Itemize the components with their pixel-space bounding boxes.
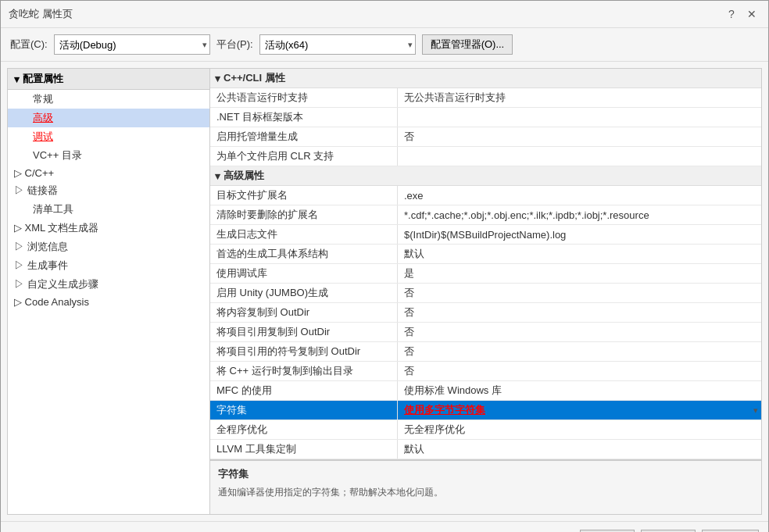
advanced-prop-value-2: $(IntDir)$(MSBuildProjectName).log — [398, 225, 761, 244]
cpp-cli-prop-row-1[interactable]: .NET 目标框架版本 — [210, 108, 761, 127]
advanced-prop-name-10: MFC 的使用 — [210, 381, 398, 400]
advanced-prop-name-4: 使用调试库 — [210, 264, 398, 283]
cpp-cli-section-header: ▾ C++/CLI 属性 — [210, 69, 761, 88]
cpp-cli-prop-row-2[interactable]: 启用托管增量生成否 — [210, 127, 761, 147]
prop-value-2: 否 — [398, 127, 761, 146]
advanced-prop-name-5: 启用 Unity (JUMBO)生成 — [210, 284, 398, 302]
advanced-prop-value-4: 是 — [398, 264, 761, 283]
prop-name-1: .NET 目标框架版本 — [210, 108, 398, 127]
platform-label: 平台(P): — [216, 37, 253, 52]
advanced-prop-row-8[interactable]: 将项目引用的符号复制到 OutDir否 — [210, 342, 761, 362]
advanced-prop-name-0: 目标文件扩展名 — [210, 186, 398, 205]
advanced-prop-row-10[interactable]: MFC 的使用使用标准 Windows 库 — [210, 381, 761, 401]
tree-item-0[interactable]: 常规 — [8, 90, 209, 109]
cpp-cli-prop-row-3[interactable]: 为单个文件启用 CLR 支持 — [210, 147, 761, 166]
advanced-prop-value-11: 使用多字节字符集▾ — [398, 401, 761, 420]
tree-panel: ▾ 配置属性 常规高级调试VC++ 目录▷ C/C++▷ 链接器清单工具▷ XM… — [7, 68, 210, 515]
advanced-prop-name-12: 全程序优化 — [210, 420, 398, 439]
advanced-prop-row-9[interactable]: 将 C++ 运行时复制到输出目录否 — [210, 362, 761, 381]
prop-name-3: 为单个文件启用 CLR 支持 — [210, 147, 398, 166]
prop-table: ▾ C++/CLI 属性 公共语言运行时支持无公共语言运行时支持.NET 目标框… — [210, 69, 761, 459]
close-button[interactable]: ✕ — [743, 5, 760, 23]
advanced-prop-row-12[interactable]: 全程序优化无全程序优化 — [210, 420, 761, 440]
cpp-cli-arrow: ▾ — [215, 73, 220, 84]
advanced-prop-name-2: 生成日志文件 — [210, 225, 398, 244]
footer: 确定 取消 应用(A) — [1, 521, 768, 532]
advanced-prop-value-8: 否 — [398, 342, 761, 361]
cpp-cli-props: 公共语言运行时支持无公共语言运行时支持.NET 目标框架版本启用托管增量生成否为… — [210, 88, 761, 166]
tree-item-6[interactable]: 清单工具 — [8, 200, 209, 219]
titlebar: 贪吃蛇 属性页 ? ✕ — [1, 1, 768, 28]
advanced-prop-name-11: 字符集 — [210, 401, 398, 420]
advanced-prop-row-11[interactable]: 字符集使用多字节字符集▾ — [210, 401, 761, 420]
advanced-arrow: ▾ — [215, 170, 220, 182]
tree-items-container: 常规高级调试VC++ 目录▷ C/C++▷ 链接器清单工具▷ XML 文档生成器… — [8, 90, 209, 310]
tree-header: ▾ 配置属性 — [8, 69, 209, 90]
tree-item-1[interactable]: 高级 — [8, 109, 209, 127]
advanced-prop-value-0: .exe — [398, 186, 761, 205]
advanced-prop-row-0[interactable]: 目标文件扩展名.exe — [210, 186, 761, 205]
advanced-prop-name-1: 清除时要删除的扩展名 — [210, 205, 398, 224]
advanced-prop-row-7[interactable]: 将项目引用复制到 OutDir否 — [210, 323, 761, 342]
advanced-prop-value-9: 否 — [398, 362, 761, 380]
desc-text: 通知编译器使用指定的字符集；帮助解决本地化问题。 — [218, 486, 753, 499]
cpp-cli-prop-row-0[interactable]: 公共语言运行时支持无公共语言运行时支持 — [210, 88, 761, 108]
help-button[interactable]: ? — [723, 5, 740, 23]
tree-item-7[interactable]: ▷ XML 文档生成器 — [8, 219, 209, 237]
advanced-prop-row-6[interactable]: 将内容复制到 OutDir否 — [210, 303, 761, 323]
properties-dialog: 贪吃蛇 属性页 ? ✕ 配置(C): 活动(Debug) 平台(P): 活动(x… — [0, 0, 769, 532]
config-row: 配置(C): 活动(Debug) 平台(P): 活动(x64) 配置管理器(O)… — [1, 28, 768, 62]
config-select-wrapper: 活动(Debug) — [54, 34, 210, 55]
advanced-prop-name-6: 将内容复制到 OutDir — [210, 303, 398, 322]
advanced-prop-value-6: 否 — [398, 303, 761, 322]
tree-item-2[interactable]: 调试 — [8, 127, 209, 146]
config-label: 配置(C): — [10, 37, 48, 52]
advanced-prop-row-1[interactable]: 清除时要删除的扩展名*.cdf;*.cache;*.obj;*.obj.enc;… — [210, 205, 761, 225]
advanced-section-label: 高级属性 — [224, 169, 264, 183]
tree-root-arrow: ▾ — [14, 73, 20, 85]
advanced-prop-name-3: 首选的生成工具体系结构 — [210, 245, 398, 263]
prop-name-2: 启用托管增量生成 — [210, 127, 398, 146]
advanced-prop-value-12: 无全程序优化 — [398, 420, 761, 439]
dropdown-arrow-11[interactable]: ▾ — [753, 405, 758, 416]
property-panel: ▾ C++/CLI 属性 公共语言运行时支持无公共语言运行时支持.NET 目标框… — [210, 68, 762, 515]
tree-item-9[interactable]: ▷ 生成事件 — [8, 256, 209, 275]
advanced-prop-name-8: 将项目引用的符号复制到 OutDir — [210, 342, 398, 361]
prop-value-1 — [398, 108, 761, 127]
advanced-prop-value-10: 使用标准 Windows 库 — [398, 381, 761, 400]
prop-value-0: 无公共语言运行时支持 — [398, 88, 761, 107]
advanced-prop-value-3: 默认 — [398, 245, 761, 263]
config-manager-button[interactable]: 配置管理器(O)... — [422, 34, 513, 55]
tree-item-8[interactable]: ▷ 浏览信息 — [8, 237, 209, 256]
tree-item-4[interactable]: ▷ C/C++ — [8, 165, 209, 181]
advanced-prop-value-5: 否 — [398, 284, 761, 302]
advanced-prop-row-4[interactable]: 使用调试库是 — [210, 264, 761, 284]
cpp-cli-section-label: C++/CLI 属性 — [224, 71, 285, 85]
tree-item-5[interactable]: ▷ 链接器 — [8, 181, 209, 200]
advanced-prop-name-7: 将项目引用复制到 OutDir — [210, 323, 398, 341]
advanced-prop-value-1: *.cdf;*.cache;*.obj;*.obj.enc;*.ilk;*.ip… — [398, 205, 761, 224]
tree-item-3[interactable]: VC++ 目录 — [8, 146, 209, 165]
advanced-props: 目标文件扩展名.exe清除时要删除的扩展名*.cdf;*.cache;*.obj… — [210, 186, 761, 459]
dialog-title: 贪吃蛇 属性页 — [9, 7, 73, 21]
prop-value-3 — [398, 147, 761, 166]
main-content: ▾ 配置属性 常规高级调试VC++ 目录▷ C/C++▷ 链接器清单工具▷ XM… — [1, 62, 768, 521]
prop-name-0: 公共语言运行时支持 — [210, 88, 398, 107]
advanced-section-header: ▾ 高级属性 — [210, 166, 761, 186]
advanced-prop-value-13: 默认 — [398, 440, 761, 459]
platform-select-wrapper: 活动(x64) — [259, 34, 416, 55]
advanced-prop-row-13[interactable]: LLVM 工具集定制默认 — [210, 440, 761, 459]
platform-select[interactable]: 活动(x64) — [259, 34, 416, 55]
titlebar-controls: ? ✕ — [723, 5, 760, 23]
advanced-prop-row-5[interactable]: 启用 Unity (JUMBO)生成否 — [210, 284, 761, 303]
advanced-prop-name-9: 将 C++ 运行时复制到输出目录 — [210, 362, 398, 380]
advanced-prop-row-2[interactable]: 生成日志文件$(IntDir)$(MSBuildProjectName).log — [210, 225, 761, 245]
tree-item-11[interactable]: ▷ Code Analysis — [8, 294, 209, 310]
tree-root-label: 配置属性 — [23, 72, 63, 86]
desc-title: 字符集 — [218, 467, 753, 481]
config-select[interactable]: 活动(Debug) — [54, 34, 210, 55]
description-panel: 字符集 通知编译器使用指定的字符集；帮助解决本地化问题。 — [210, 459, 761, 514]
tree-item-10[interactable]: ▷ 自定义生成步骤 — [8, 275, 209, 294]
advanced-prop-row-3[interactable]: 首选的生成工具体系结构默认 — [210, 245, 761, 264]
advanced-prop-name-13: LLVM 工具集定制 — [210, 440, 398, 459]
